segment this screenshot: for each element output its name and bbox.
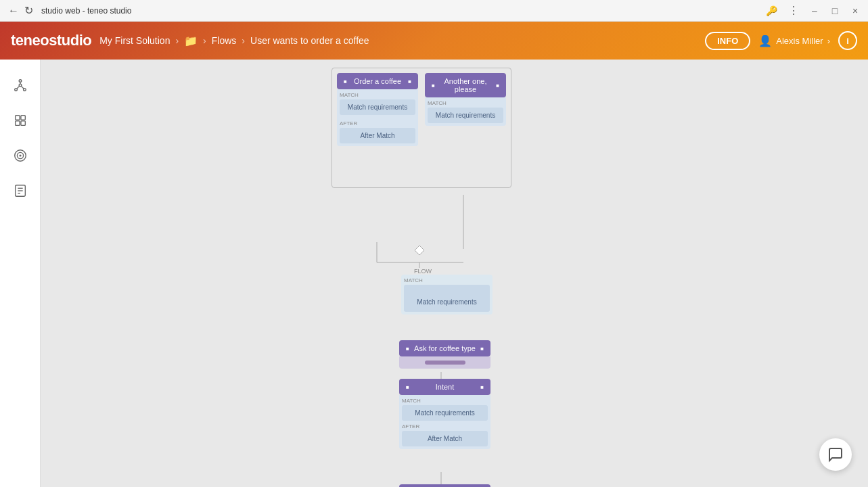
- info-circle-button[interactable]: i: [838, 31, 857, 50]
- match-req-container-3: MATCH Match requirements: [401, 275, 493, 315]
- sidebar: [0, 60, 41, 487]
- user-chevron: ›: [827, 36, 830, 46]
- match-label-3: MATCH: [404, 277, 490, 283]
- svg-line-5: [16, 86, 19, 89]
- close-button[interactable]: ×: [850, 6, 860, 16]
- ask-coffee-expand[interactable]: [399, 356, 490, 369]
- info-circle-icon: i: [846, 36, 849, 46]
- back-button[interactable]: ←: [8, 5, 19, 17]
- notes-icon: [13, 183, 28, 198]
- intent-label: Intent: [436, 383, 455, 391]
- ask-coffee-node[interactable]: ■ Ask for coffee type ■: [399, 340, 490, 369]
- intent-header[interactable]: ■ Intent ■: [399, 379, 490, 395]
- user-icon: 👤: [758, 34, 772, 47]
- variables-icon: [13, 113, 28, 128]
- summarize-node[interactable]: ■ Summarize order ■: [399, 484, 490, 487]
- svg-point-2: [23, 89, 26, 91]
- svg-line-6: [21, 86, 24, 89]
- match-req-node-3[interactable]: Match requirements: [404, 285, 490, 312]
- sidebar-item-notes[interactable]: [5, 176, 35, 206]
- logo-prefix: teneo: [11, 32, 49, 49]
- flow-section-label: FLOW: [411, 268, 434, 275]
- intent-container: MATCH Match requirements AFTER After Mat…: [399, 395, 490, 449]
- summarize-header[interactable]: ■ Summarize order ■: [399, 484, 490, 487]
- window-controls: 🔑 ⋮ – □ ×: [766, 4, 860, 17]
- node-left-handle-3: ■: [406, 346, 409, 352]
- svg-rect-8: [20, 116, 24, 120]
- node-left-handle-4: ■: [406, 384, 409, 390]
- user-menu[interactable]: 👤 Alexis Miller ›: [758, 34, 830, 47]
- header-right: INFO 👤 Alexis Miller › i: [705, 31, 857, 50]
- after-label-2: AFTER: [402, 423, 488, 430]
- breadcrumb-sep-1: ›: [175, 35, 179, 46]
- chat-button[interactable]: [819, 438, 852, 471]
- app-header: teneostudio My First Solution › 📁 › Flow…: [0, 22, 868, 60]
- breadcrumb-folder-icon: 📁: [184, 34, 198, 47]
- logo-suffix: studio: [49, 32, 91, 49]
- order-coffee-node[interactable]: ■ Order a coffee ■ MATCH Match requireme…: [337, 73, 418, 146]
- svg-point-3: [19, 84, 22, 87]
- sidebar-item-target[interactable]: [5, 141, 35, 170]
- node-right-handle-4: ■: [480, 384, 484, 390]
- svg-point-13: [20, 155, 21, 156]
- breadcrumb-sep-2: ›: [203, 35, 206, 46]
- order-coffee-label: Order a coffee: [354, 77, 401, 85]
- match-req-group-3: MATCH Match requirements: [401, 275, 493, 315]
- target-icon: [13, 148, 28, 163]
- canvas-inner: ■ Order a coffee ■ MATCH Match requireme…: [41, 60, 868, 487]
- match-label-4: MATCH: [402, 398, 488, 404]
- another-one-label: Another one, please: [435, 77, 496, 93]
- breadcrumb: My First Solution › 📁 › Flows › User wan…: [99, 34, 369, 47]
- key-icon: 🔑: [766, 5, 777, 16]
- more-icon[interactable]: ⋮: [788, 4, 799, 17]
- after-label-1: AFTER: [340, 120, 415, 126]
- node-right-handle-2: ■: [496, 83, 499, 89]
- intent-node[interactable]: ■ Intent ■ MATCH Match requirements AFTE…: [399, 379, 490, 449]
- svg-rect-10: [20, 121, 24, 125]
- order-coffee-container: MATCH Match requirements AFTER After Mat…: [337, 89, 418, 146]
- after-match-node-2[interactable]: After Match: [402, 431, 488, 446]
- svg-rect-9: [15, 121, 19, 125]
- node-right-handle: ■: [408, 78, 411, 85]
- flow-canvas[interactable]: ■ Order a coffee ■ MATCH Match requireme…: [41, 60, 868, 487]
- another-one-container: MATCH Match requirements: [425, 97, 506, 126]
- spacer-1: [340, 115, 415, 118]
- minimize-button[interactable]: –: [810, 6, 819, 16]
- order-coffee-header[interactable]: ■ Order a coffee ■: [337, 73, 418, 89]
- svg-point-1: [14, 89, 17, 91]
- match-label-1: MATCH: [340, 92, 415, 98]
- chat-icon: [827, 446, 844, 463]
- user-name: Alexis Miller: [776, 36, 823, 46]
- svg-marker-27: [415, 246, 424, 255]
- match-label-2: MATCH: [428, 100, 503, 106]
- info-button[interactable]: INFO: [705, 32, 750, 50]
- after-match-node-1[interactable]: After Match: [340, 128, 415, 143]
- svg-rect-7: [15, 116, 19, 120]
- match-req-node-1[interactable]: Match requirements: [340, 99, 415, 115]
- svg-point-0: [19, 80, 22, 83]
- expand-bar: [425, 361, 465, 365]
- another-one-node[interactable]: ■ Another one, please ■ MATCH Match requ…: [425, 73, 506, 126]
- match-req-node-4[interactable]: Match requirements: [402, 405, 488, 421]
- ask-coffee-label: Ask for coffee type: [414, 344, 476, 352]
- breadcrumb-flows[interactable]: Flows: [212, 35, 237, 46]
- breadcrumb-solution[interactable]: My First Solution: [99, 35, 170, 46]
- maximize-button[interactable]: □: [830, 6, 840, 16]
- app-logo: teneostudio: [11, 32, 91, 49]
- breadcrumb-sep-3: ›: [242, 35, 245, 46]
- page-title: studio web - teneo studio: [41, 6, 131, 16]
- another-one-header[interactable]: ■ Another one, please ■: [425, 73, 506, 97]
- title-bar: ← ↻ studio web - teneo studio 🔑 ⋮ – □ ×: [0, 0, 868, 22]
- ask-coffee-header[interactable]: ■ Ask for coffee type ■: [399, 340, 490, 356]
- breadcrumb-flow-name: User wants to order a coffee: [250, 35, 369, 46]
- sidebar-item-variables[interactable]: [5, 106, 35, 135]
- network-icon: [13, 78, 28, 93]
- sidebar-item-network[interactable]: [5, 70, 35, 100]
- node-left-handle: ■: [344, 78, 347, 85]
- node-right-handle-3: ■: [480, 346, 484, 352]
- refresh-button[interactable]: ↻: [24, 4, 33, 17]
- match-req-node-2[interactable]: Match requirements: [428, 108, 503, 123]
